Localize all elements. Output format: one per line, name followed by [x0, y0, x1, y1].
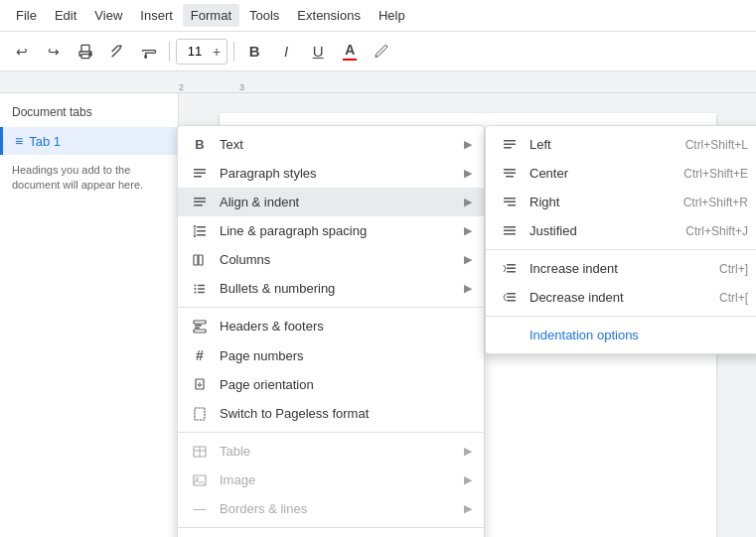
content-area: Document tabs ≡ Tab 1 Headings you add t… — [0, 93, 756, 537]
svg-rect-20 — [198, 291, 205, 293]
align-submenu: Left Ctrl+Shift+L Center Ctrl+Shift+E — [485, 125, 756, 354]
format-table-item[interactable]: Table ▶ — [178, 437, 484, 466]
paragraph-styles-label: Paragraph styles — [220, 166, 454, 181]
svg-rect-33 — [504, 143, 516, 145]
submenu-sep-2 — [486, 316, 756, 317]
increase-indent-icon — [500, 262, 520, 276]
format-text-item[interactable]: B Text ▶ — [178, 130, 484, 159]
menu-file[interactable]: File — [8, 4, 45, 27]
page-orientation-label: Page orientation — [220, 377, 472, 392]
menu-format[interactable]: Format — [183, 4, 239, 27]
format-pageless-item[interactable]: Switch to Pageless format — [178, 399, 484, 428]
format-headers-item[interactable]: Headers & footers — [178, 312, 484, 340]
toolbar: ↩ ↪ + B I U A — [0, 32, 756, 71]
bold-button[interactable]: B — [240, 38, 268, 66]
font-size-input[interactable] — [181, 44, 209, 59]
print-button[interactable] — [72, 38, 99, 66]
svg-rect-8 — [194, 201, 206, 202]
page-numbers-icon: # — [190, 347, 210, 363]
menu-view[interactable]: View — [86, 4, 130, 27]
align-left-label: Left — [529, 137, 676, 152]
align-center-icon — [500, 167, 520, 181]
image-icon — [190, 473, 210, 487]
format-dropdown: B Text ▶ Paragraph styles ▶ — [177, 125, 485, 537]
font-size-plus[interactable]: + — [211, 44, 223, 60]
highlight-button[interactable] — [368, 38, 395, 66]
svg-rect-48 — [507, 296, 516, 298]
svg-rect-42 — [504, 229, 516, 231]
paint-format-button[interactable] — [135, 38, 163, 66]
align-right-item[interactable]: Right Ctrl+Shift+R — [486, 188, 756, 216]
indentation-options-label: Indentation options — [529, 328, 748, 342]
menu-edit[interactable]: Edit — [47, 4, 84, 27]
sidebar-title: Document tabs — [0, 105, 178, 127]
format-align-indent-item[interactable]: Align & indent ▶ — [178, 188, 484, 216]
svg-point-15 — [195, 284, 197, 286]
decrease-indent-icon — [500, 291, 520, 305]
svg-point-17 — [195, 291, 197, 293]
increase-indent-item[interactable]: Increase indent Ctrl+] — [486, 254, 756, 283]
text-arrow: ▶ — [464, 138, 472, 151]
bullets-label: Bullets & numbering — [220, 281, 454, 296]
decrease-indent-item[interactable]: Decrease indent Ctrl+[ — [486, 283, 756, 312]
svg-rect-38 — [504, 198, 516, 200]
format-columns-item[interactable]: Columns ▶ — [178, 245, 484, 274]
format-image-item[interactable]: Image ▶ — [178, 466, 484, 494]
font-color-button[interactable]: A — [336, 38, 364, 66]
redo-button[interactable]: ↪ — [40, 38, 68, 66]
menu-extensions[interactable]: Extensions — [289, 4, 369, 27]
line-spacing-icon — [190, 224, 210, 238]
columns-arrow: ▶ — [464, 253, 472, 266]
svg-rect-34 — [504, 147, 512, 149]
align-right-label: Right — [529, 195, 674, 209]
svg-rect-5 — [194, 172, 206, 174]
menu-tools[interactable]: Tools — [241, 4, 287, 27]
columns-icon — [190, 253, 210, 267]
borders-icon: — — [190, 501, 210, 516]
submenu-sep-1 — [486, 249, 756, 250]
format-paragraph-styles-item[interactable]: Paragraph styles ▶ — [178, 159, 484, 188]
format-page-orientation-item[interactable]: Page orientation — [178, 370, 484, 399]
bullets-arrow: ▶ — [464, 282, 472, 295]
separator-1 — [178, 307, 484, 308]
menu-insert[interactable]: Insert — [132, 4, 181, 27]
format-borders-item[interactable]: — Borders & lines ▶ — [178, 494, 484, 523]
borders-label: Borders & lines — [220, 501, 454, 516]
page-numbers-label: Page numbers — [220, 348, 472, 363]
align-icon — [190, 196, 210, 209]
svg-rect-46 — [507, 271, 516, 273]
svg-rect-41 — [504, 226, 516, 228]
headers-label: Headers & footers — [220, 319, 472, 334]
font-size-box[interactable]: + — [176, 39, 227, 65]
svg-rect-10 — [197, 226, 206, 228]
format-page-numbers-item[interactable]: # Page numbers — [178, 340, 484, 370]
align-justified-item[interactable]: Justified Ctrl+Shift+J — [486, 216, 756, 245]
decrease-indent-label: Decrease indent — [529, 290, 709, 305]
svg-rect-7 — [194, 198, 206, 200]
increase-indent-shortcut: Ctrl+] — [719, 262, 748, 276]
svg-rect-9 — [194, 204, 203, 206]
format-clear-item[interactable]: Clear formatting Ctrl+\ — [178, 532, 484, 537]
underline-button[interactable]: U — [304, 38, 332, 66]
format-bullets-item[interactable]: Bullets & numbering ▶ — [178, 274, 484, 303]
increase-indent-label: Increase indent — [529, 261, 709, 276]
tab-icon: ≡ — [15, 133, 23, 149]
menu-help[interactable]: Help — [371, 4, 413, 27]
svg-rect-19 — [198, 288, 205, 290]
spellcheck-button[interactable] — [103, 38, 131, 66]
undo-button[interactable]: ↩ — [8, 38, 36, 66]
align-left-item[interactable]: Left Ctrl+Shift+L — [486, 130, 756, 159]
text-label: Text — [220, 137, 454, 152]
italic-button[interactable]: I — [272, 38, 300, 66]
bullets-icon — [190, 282, 210, 296]
pageless-icon — [190, 407, 210, 421]
svg-rect-24 — [195, 327, 200, 329]
align-right-icon — [500, 196, 520, 209]
align-left-shortcut: Ctrl+Shift+L — [685, 138, 748, 152]
indentation-options-item[interactable]: Indentation options — [486, 321, 756, 349]
svg-rect-18 — [198, 284, 205, 286]
format-line-spacing-item[interactable]: Line & paragraph spacing ▶ — [178, 216, 484, 245]
table-arrow: ▶ — [464, 445, 472, 458]
align-center-item[interactable]: Center Ctrl+Shift+E — [486, 159, 756, 188]
sidebar-tab-1[interactable]: ≡ Tab 1 — [0, 127, 178, 155]
